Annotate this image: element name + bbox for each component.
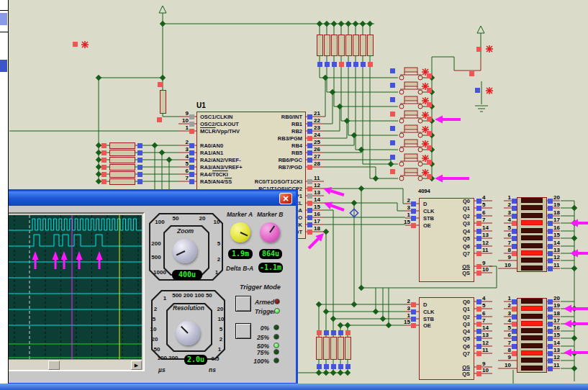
annotation-arrow [564,305,571,313]
annotation-arrow [323,187,332,195]
annotation-arrows-layer [0,0,588,390]
annotation-arrow [564,349,571,357]
annotation-arrow [435,116,443,124]
annotation-arrow [564,320,571,328]
annotation-arrow [435,175,443,183]
annotation-arrow [570,219,578,227]
proteus-schematic-stage: U19OSC1/CLKIN10OSC2/CLKOUT1MCLR/Vpp/THV2… [0,0,588,390]
annotation-arrow [570,250,578,258]
